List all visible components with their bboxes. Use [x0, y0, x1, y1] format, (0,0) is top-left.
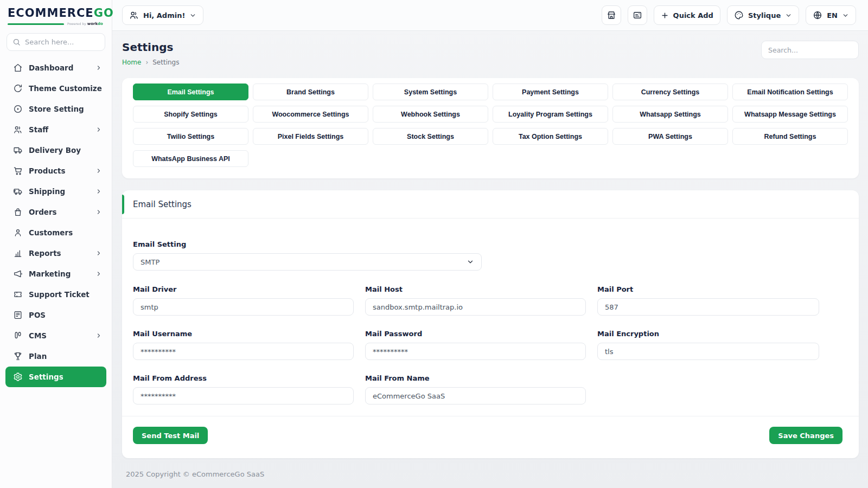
logo[interactable]: ECOMMERCEGO Powered by workdo	[0, 0, 112, 26]
tab-currency-settings[interactable]: Currency Settings	[612, 84, 728, 100]
sidebar-item-orders[interactable]: Orders	[5, 202, 106, 222]
home-icon	[13, 63, 23, 73]
powered-by-label: Powered by workdo	[67, 22, 103, 26]
chevron-right-icon	[95, 188, 102, 195]
sidebar-item-staff[interactable]: Staff	[5, 119, 106, 140]
tab-whatsapp-business-api[interactable]: WhatsApp Business API	[133, 150, 248, 167]
breadcrumb-home-link[interactable]: Home	[122, 59, 141, 66]
sidebar-item-products[interactable]: Products	[5, 160, 106, 181]
sidebar-item-label: Customers	[29, 228, 102, 237]
trophy-icon	[13, 351, 23, 361]
sidebar-item-dashboard[interactable]: Dashboard	[5, 57, 106, 78]
tab-payment-settings[interactable]: Payment Settings	[493, 84, 608, 100]
tab-pwa-settings[interactable]: PWA Settings	[612, 128, 728, 145]
mail-driver-input[interactable]	[133, 298, 354, 316]
logo-underline	[8, 23, 64, 25]
sidebar-item-label: Orders	[29, 208, 90, 216]
sidebar-item-marketing[interactable]: Marketing	[5, 264, 106, 284]
language-menu-button[interactable]: EN	[806, 5, 856, 25]
tab-woocommerce-settings[interactable]: Woocommerce Settings	[253, 106, 368, 123]
stylique-menu-button[interactable]: Stylique	[727, 5, 799, 25]
chevron-right-icon	[95, 250, 102, 256]
sidebar: ECOMMERCEGO Powered by workdo DashboardT…	[0, 0, 112, 488]
pos-terminal-icon	[13, 310, 23, 320]
plus-icon	[661, 11, 669, 20]
chevron-down-icon	[189, 12, 196, 19]
mail-host-input[interactable]	[365, 298, 586, 316]
id-card-icon	[633, 10, 642, 20]
sidebar-item-plan[interactable]: Plan	[5, 346, 106, 367]
mail-password-input[interactable]	[365, 343, 586, 360]
sidebar-item-label: Dashboard	[29, 63, 90, 72]
chevron-right-icon	[95, 271, 102, 277]
tab-email-settings[interactable]: Email Settings	[133, 84, 248, 100]
storefront-button[interactable]	[602, 5, 621, 25]
chevron-right-icon	[95, 332, 102, 339]
sidebar-item-label: Plan	[29, 352, 102, 361]
page-title: Settings	[122, 41, 179, 54]
sidebar-item-delivery-boy[interactable]: Delivery Boy	[5, 140, 106, 160]
sidebar-item-settings[interactable]: Settings	[5, 367, 106, 387]
sidebar-item-cms[interactable]: CMS	[5, 325, 106, 346]
page-search-input[interactable]	[768, 46, 852, 54]
sidebar-nav: DashboardTheme CustomizeStore SettingSta…	[0, 56, 112, 388]
tab-webhook-settings[interactable]: Webhook Settings	[373, 106, 488, 123]
tab-whatsapp-settings[interactable]: Whatsapp Settings	[612, 106, 728, 123]
tab-twilio-settings[interactable]: Twilio Settings	[133, 128, 248, 145]
bag-icon	[13, 207, 23, 217]
tab-system-settings[interactable]: System Settings	[373, 84, 488, 100]
users-icon	[129, 10, 139, 20]
chevron-down-icon	[785, 12, 792, 19]
section-header: Email Settings	[122, 190, 859, 219]
sidebar-item-pos[interactable]: POS	[5, 305, 106, 325]
email-settings-card: Email Settings Email Setting SMTP Mail D…	[122, 190, 859, 458]
sidebar-item-shipping[interactable]: Shipping	[5, 181, 106, 202]
mail-encryption-input[interactable]	[597, 343, 819, 360]
admin-menu-label: Hi, Admin!	[143, 11, 185, 20]
email-setting-select[interactable]: SMTP	[133, 253, 482, 271]
sidebar-item-label: POS	[29, 311, 102, 319]
admin-menu-button[interactable]: Hi, Admin!	[122, 5, 203, 25]
tab-refund-settings[interactable]: Refund Settings	[732, 128, 848, 145]
mail-from-name-input[interactable]	[365, 387, 586, 404]
page-search[interactable]	[761, 41, 859, 59]
sidebar-item-label: Theme Customize	[29, 84, 102, 93]
sidebar-item-label: Staff	[29, 125, 90, 134]
gear-icon	[13, 372, 23, 382]
cart-icon	[13, 166, 23, 176]
sidebar-item-reports[interactable]: Reports	[5, 243, 106, 264]
sidebar-item-store-setting[interactable]: Store Setting	[5, 99, 106, 119]
sidebar-item-customers[interactable]: Customers	[5, 222, 106, 243]
send-test-mail-button[interactable]: Send Test Mail	[133, 427, 208, 444]
bar-chart-icon	[13, 248, 23, 258]
mail-username-input[interactable]	[133, 343, 354, 360]
tab-pixel-fields-settings[interactable]: Pixel Fields Settings	[253, 128, 368, 145]
palette-icon	[734, 10, 744, 20]
sidebar-item-theme-customize[interactable]: Theme Customize	[5, 78, 106, 99]
tab-stock-settings[interactable]: Stock Settings	[373, 128, 488, 145]
save-changes-button[interactable]: Save Changes	[769, 427, 843, 444]
chevron-right-icon	[95, 65, 102, 71]
chevron-right-icon: ›	[145, 59, 148, 66]
user-icon	[13, 228, 23, 237]
quick-add-label: Quick Add	[673, 11, 713, 20]
sidebar-item-label: Settings	[29, 373, 102, 381]
tab-email-notification-settings[interactable]: Email Notification Settings	[732, 84, 848, 100]
tab-loyality-program-settings[interactable]: Loyality Program Settings	[493, 106, 608, 123]
sidebar-search-input[interactable]	[25, 38, 99, 46]
chevron-right-icon	[95, 209, 102, 215]
mail-port-input[interactable]	[597, 298, 819, 316]
sidebar-item-label: Store Setting	[29, 105, 102, 113]
tab-whatsapp-message-settings[interactable]: Whatsapp Message Settings	[732, 106, 848, 123]
sidebar-item-support-ticket[interactable]: Support Ticket	[5, 284, 106, 305]
mail-from-address-input[interactable]	[133, 387, 354, 404]
ticket-icon	[13, 290, 23, 299]
quick-add-button[interactable]: Quick Add	[654, 5, 720, 25]
tab-shopify-settings[interactable]: Shopify Settings	[133, 106, 248, 123]
tab-tax-option-settings[interactable]: Tax Option Settings	[493, 128, 608, 145]
card-button[interactable]	[628, 5, 647, 25]
mail-host-label: Mail Host	[365, 285, 586, 293]
tab-brand-settings[interactable]: Brand Settings	[253, 84, 368, 100]
sidebar-search[interactable]	[7, 33, 105, 51]
mail-username-label: Mail Username	[133, 330, 354, 338]
